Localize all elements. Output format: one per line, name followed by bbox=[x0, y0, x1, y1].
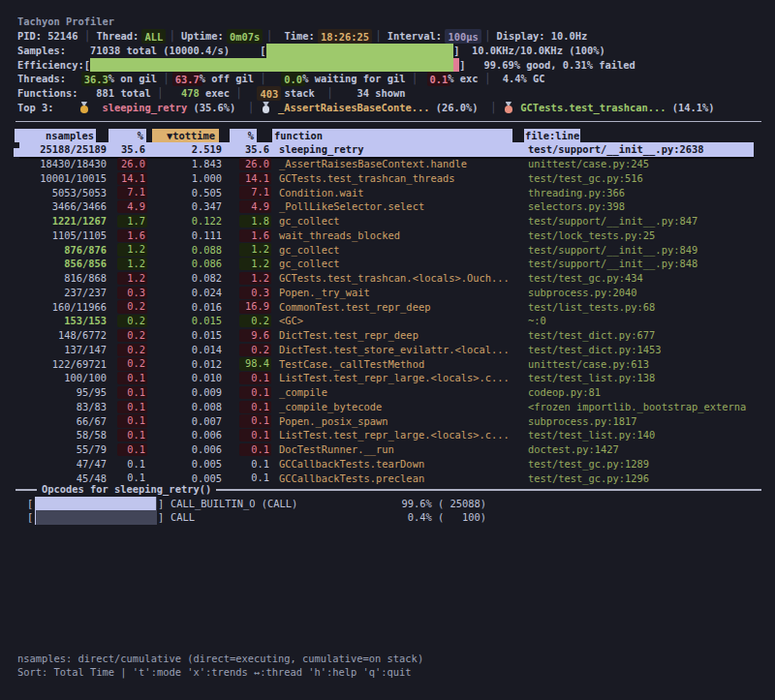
threads-gc: 4.4 bbox=[503, 73, 521, 84]
opcode-bar bbox=[35, 510, 157, 524]
gold-medal-icon bbox=[78, 102, 91, 113]
cell-pct1: 35.6 bbox=[117, 143, 147, 156]
table-row[interactable]: 1221/12671.70.1221.8gc_collecttest/suppo… bbox=[0, 214, 775, 228]
column-header-pct2[interactable]: % bbox=[230, 129, 257, 143]
efficiency-bar bbox=[90, 58, 459, 73]
pid-value: 52146 bbox=[47, 30, 78, 42]
table-row[interactable]: 160/119660.20.01616.9CommonTest.test_rep… bbox=[0, 300, 775, 315]
column-header-fileline[interactable]: file:line bbox=[524, 129, 580, 143]
table-row[interactable]: 47/470.10.0050.1GCCallbackTests.tearDown… bbox=[0, 457, 775, 472]
table-row[interactable]: 122/697210.20.01298.4TestCase._callTestM… bbox=[0, 357, 775, 372]
samples-rate: 10.0KHz/10.0KHz (100%) bbox=[472, 45, 605, 56]
separator: │ bbox=[375, 30, 381, 42]
cell-pct2: 35.6 bbox=[239, 143, 271, 156]
table-row[interactable]: 10001/1001514.11.00014.1GCTests.test_tra… bbox=[0, 171, 775, 186]
bronze-medal-icon bbox=[503, 102, 515, 113]
separator: │ bbox=[412, 73, 418, 84]
cell-fileline: test/test_gc.py:1289 bbox=[528, 457, 649, 472]
column-header-pct1[interactable]: % bbox=[108, 129, 146, 143]
table-row[interactable]: 876/8761.20.0881.2gc_collecttest/support… bbox=[0, 243, 775, 258]
cell-pct1: 1.2 bbox=[117, 243, 147, 256]
table-row[interactable]: 83/830.10.0080.1_compile_bytecode<frozen… bbox=[0, 400, 775, 414]
top3-entry-1-name[interactable]: sleeping_retry bbox=[103, 102, 188, 113]
cell-tottime: 0.015 bbox=[145, 314, 222, 328]
cell-pct1: 1.6 bbox=[117, 229, 147, 242]
cell-tottime: 0.088 bbox=[145, 243, 222, 258]
top3-line: Top 3: sleeping_retry (35.6%) │ _AssertR… bbox=[17, 101, 715, 115]
top3-entry-2-pct: (26.0%) bbox=[436, 102, 479, 113]
separator: │ bbox=[235, 87, 241, 99]
separator: │ bbox=[248, 102, 254, 113]
status-line: PID: 52146 │ Thread: ALL │ Uptime: 0m07s… bbox=[17, 29, 587, 44]
table-row[interactable]: 100/1000.10.0100.1ListTest.test_repr_lar… bbox=[0, 371, 775, 385]
cell-pct2: 98.4 bbox=[239, 357, 271, 370]
column-header-tottime[interactable]: ▼tottime bbox=[152, 129, 219, 143]
table-row[interactable]: 58/580.10.0060.1ListTest.test_repr_large… bbox=[0, 428, 775, 442]
cell-fileline: test/test_list.py:138 bbox=[528, 371, 655, 385]
separator: │ bbox=[490, 102, 496, 113]
table-row[interactable]: 137/1470.20.0140.2DictTest.test_store_ev… bbox=[0, 343, 775, 357]
cell-function: Condition.wait bbox=[279, 186, 364, 200]
thread-label: Thread: bbox=[96, 30, 139, 42]
threads-on-gil-suffix: % on gil bbox=[108, 73, 157, 84]
threads-line: Threads: 36.3% on gil │ 63.7% off gil │ … bbox=[17, 72, 544, 86]
cell-fileline: test/support/__init__.py:848 bbox=[528, 257, 698, 271]
table-row[interactable]: 95/950.10.0090.1_compilecodeop.py:81 bbox=[0, 385, 775, 400]
table-row[interactable]: 3466/34664.90.3474.9_PollLikeSelector.se… bbox=[0, 199, 775, 214]
efficiency-label: Efficiency: bbox=[17, 59, 84, 71]
cell-function: sleeping_retry bbox=[279, 142, 364, 157]
cell-nsamples: 55/79 bbox=[19, 442, 107, 457]
table-row[interactable]: 816/8681.20.0821.2GCTests.test_trashcan.… bbox=[0, 271, 775, 286]
top3-entry-1-pct: (35.6%) bbox=[193, 102, 235, 113]
opcode-row: []CALL_BUILTIN_O (CALL)99.6% ( 25088) bbox=[0, 497, 775, 511]
table-row[interactable]: 18430/1843026.01.84326.0_AssertRaisesBas… bbox=[0, 157, 775, 171]
display-label: Display: bbox=[496, 30, 544, 42]
cell-function: gc_collect bbox=[279, 257, 340, 271]
thread-value[interactable]: ALL bbox=[141, 29, 166, 44]
cell-function: GCCallbackTests.tearDown bbox=[279, 457, 424, 472]
cell-pct1: 0.1 bbox=[117, 372, 147, 384]
separator: │ bbox=[169, 30, 174, 42]
profiler-screen: Tachyon Profiler PID: 52146 │ Thread: AL… bbox=[0, 0, 775, 700]
cell-nsamples: 66/67 bbox=[19, 414, 107, 429]
table-row[interactable]: 5053/50537.10.5057.1Condition.waitthread… bbox=[0, 186, 775, 200]
cell-pct2: 16.9 bbox=[239, 300, 271, 313]
cell-pct2: 0.2 bbox=[239, 344, 271, 356]
cell-fileline: test/test_gc.py:516 bbox=[528, 171, 643, 186]
top3-entry-2-name[interactable]: _AssertRaisesBaseConte... bbox=[278, 102, 429, 113]
column-header-function[interactable]: function bbox=[272, 129, 512, 143]
interval-label: Interval: bbox=[388, 30, 442, 42]
samples-total: 71038 total (10000.4/s) bbox=[90, 45, 230, 56]
cell-nsamples: 237/237 bbox=[19, 286, 107, 300]
table-row[interactable]: 25188/2518935.62.51935.6sleeping_retryte… bbox=[0, 142, 775, 157]
cell-pct2: 0.1 bbox=[239, 401, 271, 413]
table-row[interactable]: 1105/11051.60.1111.6wait_threads_blocked… bbox=[0, 228, 775, 243]
cell-pct1: 14.1 bbox=[117, 172, 147, 185]
separator: │ bbox=[84, 30, 90, 42]
cell-fileline: test/lock_tests.py:25 bbox=[528, 228, 655, 243]
functions-label: Functions: bbox=[17, 87, 78, 99]
cell-pct2: 9.6 bbox=[239, 329, 271, 342]
cell-nsamples: 47/47 bbox=[19, 457, 107, 472]
cell-fileline: unittest/case.py:245 bbox=[528, 157, 649, 171]
opcode-bar-fill bbox=[35, 510, 36, 524]
table-row[interactable]: 66/670.10.0070.1Popen._posix_spawnsubpro… bbox=[0, 414, 775, 429]
cell-pct1: 0.2 bbox=[117, 329, 147, 342]
cell-pct1: 0.3 bbox=[117, 287, 147, 299]
table-row[interactable]: 153/1530.20.0150.2<GC>~:0 bbox=[0, 314, 775, 328]
table-row[interactable]: 237/2370.30.0240.3Popen._try_waitsubproc… bbox=[0, 286, 775, 300]
bracket: ] bbox=[158, 497, 164, 511]
opcode-bar bbox=[35, 497, 157, 510]
column-header-nsamples[interactable]: nsamples bbox=[15, 129, 96, 143]
table-row[interactable]: 856/8561.20.0861.2gc_collecttest/support… bbox=[0, 257, 775, 271]
cell-pct2: 4.9 bbox=[239, 200, 271, 213]
table-row[interactable]: 148/67720.20.0159.6DictTest.test_repr_de… bbox=[0, 328, 775, 343]
top3-entry-3-name[interactable]: GCTests.test_trashcan... bbox=[520, 102, 666, 113]
cell-nsamples: 18430/18430 bbox=[19, 157, 107, 171]
opcodes-title-line: Opcodes for sleeping_retry() bbox=[0, 482, 216, 497]
table-row[interactable]: 55/790.10.0060.1DocTestRunner.__rundocte… bbox=[0, 442, 775, 457]
separator: │ bbox=[157, 87, 163, 99]
footer-help-line1: nsamples: direct/cumulative (direct=exec… bbox=[17, 652, 423, 666]
cell-fileline: test/support/__init__.py:847 bbox=[528, 214, 698, 228]
cell-function: TestCase._callTestMethod bbox=[279, 357, 424, 372]
